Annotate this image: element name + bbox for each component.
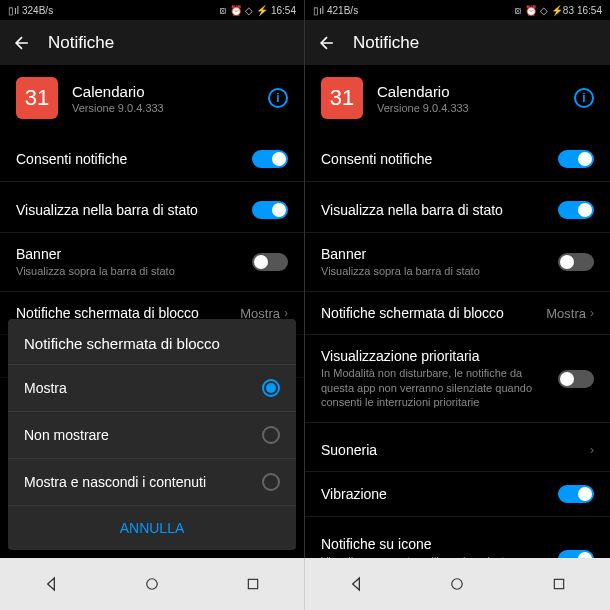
row-label: Consenti notifiche [16,151,252,167]
app-info: 31 Calendario Versione 9.0.4.333 i [305,65,610,131]
row-banner[interactable]: Banner Visualizza sopra la barra di stat… [305,233,610,292]
row-label: Vibrazione [321,486,558,502]
option-label: Non mostrare [24,427,109,443]
row-label: Suoneria [321,442,590,458]
nav-home-button[interactable] [142,574,162,594]
app-version: Versione 9.0.4.333 [377,102,469,114]
row-sublabel: Visualizza sopra la barra di stato [321,264,558,278]
row-allow-notifications[interactable]: Consenti notifiche [0,137,304,182]
row-sublabel: Visualizza sopra la barra di stato [16,264,252,278]
clock: 16:54 [271,5,296,16]
screen-right: ▯ıl 421B/s ⦻ ⏰ ◇ ⚡83 16:54 Notifiche 31 … [305,0,610,558]
toggle-allow[interactable] [252,150,288,168]
row-label: Visualizza nella barra di stato [16,202,252,218]
nav-back-button[interactable] [41,574,61,594]
page-title: Notifiche [48,33,114,53]
status-icons: ⦻ ⏰ ◇ ⚡ [218,5,268,16]
chevron-right-icon: › [590,443,594,457]
row-sublabel: In Modalità non disturbare, le notifiche… [321,366,558,409]
toggle-badge[interactable] [558,550,594,558]
net-speed: 324B/s [22,5,53,16]
signal-icon: ▯ıl [313,5,324,16]
status-bar: ▯ıl 421B/s ⦻ ⏰ ◇ ⚡83 16:54 [305,0,610,20]
nav-back-button[interactable] [346,574,366,594]
nav-recent-button[interactable] [549,574,569,594]
screen-left: ▯ıl 324B/s ⦻ ⏰ ◇ ⚡ 16:54 Notifiche 31 Ca… [0,0,305,558]
toggle-statusbar[interactable] [252,201,288,219]
row-label: Visualizza nella barra di stato [321,202,558,218]
net-speed: 421B/s [327,5,358,16]
option-hide-content[interactable]: Mostra e nascondi i contenuti [8,458,296,505]
svg-point-0 [147,579,158,590]
back-button[interactable] [12,33,32,53]
row-label: Consenti notifiche [321,151,558,167]
nav-home-button[interactable] [447,574,467,594]
row-vibration[interactable]: Vibrazione [305,472,610,517]
toggle-banner[interactable] [252,253,288,271]
dialog-overlay[interactable]: Notifiche schermata di blocco Mostra Non… [0,320,304,558]
clock: 16:54 [577,5,602,16]
toggle-priority[interactable] [558,370,594,388]
app-name: Calendario [72,83,164,100]
svg-rect-3 [554,579,563,588]
svg-point-2 [452,579,463,590]
app-info: 31 Calendario Versione 9.0.4.333 i [0,65,304,131]
row-banner[interactable]: Banner Visualizza sopra la barra di stat… [0,233,304,292]
toggle-allow[interactable] [558,150,594,168]
row-label: Visualizzazione prioritaria [321,348,558,364]
row-statusbar[interactable]: Visualizza nella barra di stato [305,188,610,233]
info-icon[interactable]: i [268,88,288,108]
chevron-right-icon: › [590,306,594,320]
toggle-vibration[interactable] [558,485,594,503]
row-statusbar[interactable]: Visualizza nella barra di stato [0,188,304,233]
svg-rect-1 [249,579,258,588]
app-name: Calendario [377,83,469,100]
option-label: Mostra e nascondi i contenuti [24,474,206,490]
row-allow-notifications[interactable]: Consenti notifiche [305,137,610,182]
status-icons: ⦻ ⏰ ◇ ⚡83 [513,5,574,16]
app-bar: Notifiche [305,20,610,65]
row-label: Banner [321,246,558,262]
app-version: Versione 9.0.4.333 [72,102,164,114]
option-label: Mostra [24,380,67,396]
row-label: Notifiche schermata di blocco [321,305,546,321]
app-bar: Notifiche [0,20,304,65]
option-show[interactable]: Mostra [8,364,296,411]
row-ringtone[interactable]: Suoneria › [305,429,610,472]
row-lockscreen[interactable]: Notifiche schermata di blocco Mostra › [305,292,610,335]
nav-recent-button[interactable] [243,574,263,594]
row-label: Notifiche su icone [321,536,558,552]
app-icon: 31 [16,77,58,119]
radio-unselected[interactable] [262,473,280,491]
dialog-lockscreen: Notifiche schermata di blocco Mostra Non… [8,319,296,550]
row-label: Banner [16,246,252,262]
toggle-banner[interactable] [558,253,594,271]
navigation-bar [0,558,610,610]
cancel-button[interactable]: ANNULLA [8,505,296,550]
toggle-statusbar[interactable] [558,201,594,219]
dialog-title: Notifiche schermata di blocco [8,319,296,364]
radio-unselected[interactable] [262,426,280,444]
option-hide[interactable]: Non mostrare [8,411,296,458]
app-icon: 31 [321,77,363,119]
status-bar: ▯ıl 324B/s ⦻ ⏰ ◇ ⚡ 16:54 [0,0,304,20]
page-title: Notifiche [353,33,419,53]
info-icon[interactable]: i [574,88,594,108]
signal-icon: ▯ıl [8,5,19,16]
back-button[interactable] [317,33,337,53]
row-priority[interactable]: Visualizzazione prioritaria In Modalità … [305,335,610,423]
row-value: Mostra [546,306,586,321]
radio-selected[interactable] [262,379,280,397]
row-badge[interactable]: Notifiche su icone Visualizza un punto n… [305,523,610,558]
